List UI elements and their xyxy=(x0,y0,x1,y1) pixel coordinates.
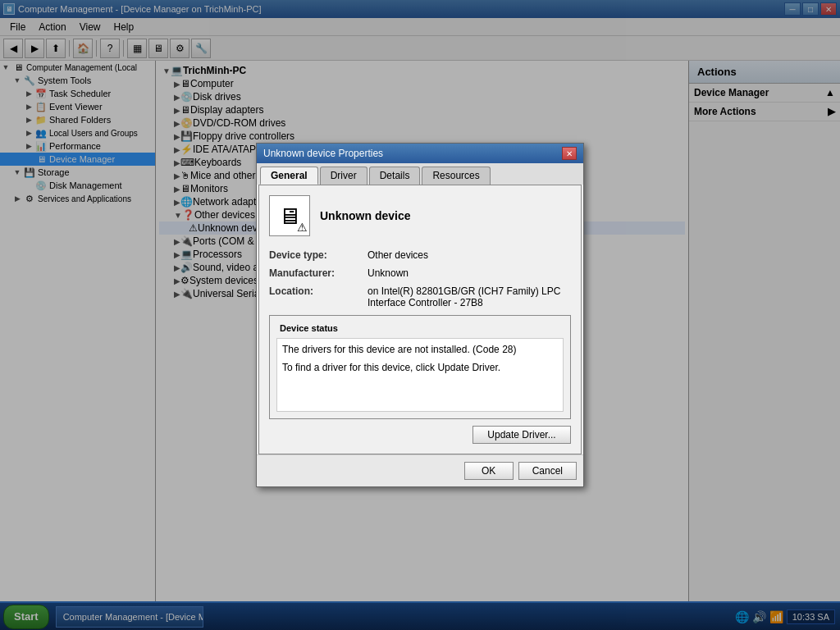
location-label: Location: xyxy=(269,285,368,308)
tab-resources[interactable]: Resources xyxy=(422,167,490,185)
dialog-buttons: OK Cancel xyxy=(257,454,583,486)
device-status-container: Device status The drivers for this devic… xyxy=(269,315,571,419)
device-status-legend: Device status xyxy=(276,323,341,333)
status-line-2: To find a driver for this device, click … xyxy=(282,362,558,373)
device-header: 🖥 ⚠ Unknown device xyxy=(269,195,571,236)
location-row: Location: on Intel(R) 82801GB/GR (ICH7 F… xyxy=(269,285,571,308)
tab-driver[interactable]: Driver xyxy=(320,167,368,185)
location-value: on Intel(R) 82801GB/GR (ICH7 Family) LPC… xyxy=(368,285,571,308)
device-status-text: The drivers for this device are not inst… xyxy=(276,338,564,412)
device-type-value: Other devices xyxy=(368,249,571,261)
dialog-title-bar: Unknown device Properties ✕ xyxy=(257,144,583,163)
device-icon-box: 🖥 ⚠ xyxy=(269,195,310,236)
dialog-content: 🖥 ⚠ Unknown device Device type: Other de… xyxy=(258,185,582,454)
status-spacer xyxy=(282,355,558,362)
dialog-overlay: Unknown device Properties ✕ General Driv… xyxy=(0,0,840,630)
device-type-row: Device type: Other devices xyxy=(269,249,571,261)
dialog-tabs: General Driver Details Resources xyxy=(257,163,583,185)
manufacturer-row: Manufacturer: Unknown xyxy=(269,267,571,279)
device-warning-icon: ⚠ xyxy=(297,221,308,234)
status-line-1: The drivers for this device are not inst… xyxy=(282,344,558,355)
manufacturer-label: Manufacturer: xyxy=(269,267,368,279)
dialog-close-button[interactable]: ✕ xyxy=(562,147,577,160)
update-driver-button[interactable]: Update Driver... xyxy=(472,426,571,444)
device-status-group: Device status The drivers for this devic… xyxy=(269,315,571,419)
tab-details[interactable]: Details xyxy=(369,167,421,185)
device-name: Unknown device xyxy=(320,209,410,222)
update-driver-container: Update Driver... xyxy=(269,426,571,444)
dialog-title: Unknown device Properties xyxy=(263,148,383,159)
unknown-device-dialog: Unknown device Properties ✕ General Driv… xyxy=(256,143,584,487)
cancel-button[interactable]: Cancel xyxy=(518,462,577,480)
device-type-label: Device type: xyxy=(269,249,368,261)
manufacturer-value: Unknown xyxy=(368,267,571,279)
tab-general[interactable]: General xyxy=(260,167,318,185)
ok-button[interactable]: OK xyxy=(464,462,514,480)
